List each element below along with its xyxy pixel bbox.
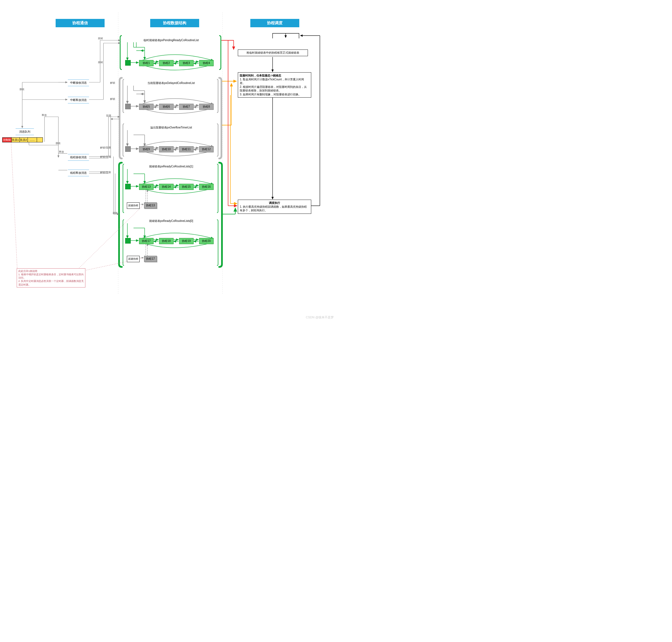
action-irq-recv: 中断接收消息: [68, 79, 89, 86]
list-head: [125, 238, 131, 244]
label-overflow: 溢出阻塞链表pxOverflowTimerList: [125, 126, 217, 130]
note-box: 此处仅举1例说明 1. 链表中维护的是定时器链表条目，定时器与链表可以双向访问。…: [17, 268, 85, 287]
edge-label: 阻塞: [106, 114, 111, 118]
queue-cell: 队员2: [20, 137, 28, 142]
sched-tick-2: 2. 根据时间片遍历阻塞链表，对阻塞时间到的条目，从阻塞链表移除，添加到就绪链表…: [240, 85, 307, 92]
list-item: 协程6: [159, 104, 174, 110]
sched-exec-1: 1. 执行最高优先级协程回调函数，如果最高优先级协程有多个，则轮询执行。: [240, 205, 307, 212]
queue-cell: [37, 137, 43, 142]
queue-cell: ……: [27, 137, 37, 142]
header-data: 协程数据结构: [150, 19, 199, 27]
action-irq-send: 中断释放消息: [68, 97, 89, 103]
list-item: 协程11: [179, 146, 194, 152]
list-item: 协程7: [179, 104, 194, 110]
action-thr-send: 线程释放消息: [68, 170, 89, 176]
header-sched: 协程调度: [250, 19, 299, 27]
edge-label: 解锁: [110, 81, 115, 85]
note-line-2: 2. 队列中定时器消息必然关联一个定时器，回调函数消息无需定时器。: [18, 280, 84, 286]
list-head: [125, 184, 131, 189]
edge-label: 释放: [42, 113, 47, 117]
sched-tick-3: 3. 如果时间片有翻转现象，对阻塞链表进行切换。: [240, 93, 301, 96]
sched-exec-title: 调度执行: [269, 201, 280, 204]
edge-label: 接收: [55, 142, 61, 145]
list-item: 协程18: [159, 238, 174, 244]
msg-queue-title: 消息队列: [16, 128, 34, 135]
edge-label: 解锁/阻塞: [100, 155, 111, 159]
new-coroutine-13: 协程13: [144, 202, 157, 208]
list-item: 协程17: [139, 238, 153, 244]
edge-label: 解锁/阻塞: [100, 146, 111, 150]
label-delayed: 当前阻塞链表pxDelayedCoRoutineList: [125, 81, 217, 85]
svg-line-114: [11, 142, 17, 270]
new-coroutine-label: 新建协程: [127, 256, 140, 262]
edge-label: 就绪: [98, 61, 103, 64]
note-line-1: 1. 链表中维护的是定时器链表条目，定时器与链表可以双向访问。: [18, 273, 84, 279]
list-item: 协程8: [199, 104, 214, 110]
edge-label: 接收: [20, 88, 25, 91]
header-comm: 协程通信: [55, 19, 105, 27]
list-item: 协程9: [139, 146, 153, 152]
edge-label: 解锁/阻塞: [100, 171, 111, 174]
edge-label: 解锁: [110, 97, 115, 101]
sched-tick: 阻塞时间到，任务阻塞态->就绪态 1. 取全局时间片计数器xTickCount，…: [238, 72, 311, 98]
note-title: 此处仅举1例说明: [18, 270, 37, 272]
action-thr-recv: 线程接收消息: [68, 154, 89, 161]
label-pending: 临时就绪链表pxPendingReadyCoRoutineList: [125, 38, 217, 42]
list-item: 协程3: [179, 60, 194, 66]
new-coroutine-17: 协程17: [144, 256, 157, 262]
list-item: 协程5: [139, 104, 153, 110]
list-item: 协程10: [159, 146, 174, 152]
sched-exec: 调度执行 1. 执行最高优先级协程回调函数，如果最高优先级协程有多个，则轮询执行…: [238, 200, 311, 214]
list-item: 协程2: [159, 60, 174, 66]
list-item: 协程1: [139, 60, 153, 66]
edge-label: 就绪: [98, 37, 103, 40]
sched-tick-title: 阻塞时间到，任务阻塞态->就绪态: [240, 74, 281, 77]
list-item: 协程15: [179, 184, 194, 190]
label-ready1: 就绪链表pxReadyCoRoutineLists[1]: [125, 165, 217, 168]
watermark: CSDN @猿来不是梦: [306, 315, 334, 320]
list-item: 协程16: [199, 184, 214, 190]
list-item: 协程14: [159, 184, 174, 190]
list-item: 协程12: [199, 146, 214, 152]
new-coroutine-label: 新建协程: [127, 202, 140, 209]
sched-move: 将临时就绪链表中的协程移至正式就绪链表: [238, 50, 308, 56]
edge-label: 就绪: [113, 211, 118, 215]
list-head: [125, 60, 131, 66]
label-ready0: 就绪链表pxReadyCoRoutineLists[0]: [125, 219, 217, 223]
list-head: [125, 104, 131, 109]
sched-tick-1: 1. 取全局时间片计数器xTickCount，并计算重入时间差。: [240, 78, 304, 85]
list-item: 协程19: [179, 238, 194, 244]
queue-cell: 队员1: [11, 137, 20, 142]
list-item: 协程13: [139, 184, 153, 190]
queue-cell: 控制块: [2, 137, 12, 142]
list-head: [125, 146, 131, 152]
list-item: 协程20: [199, 238, 214, 244]
list-item: 协程4: [199, 60, 214, 66]
edge-label: 释放: [59, 150, 64, 154]
